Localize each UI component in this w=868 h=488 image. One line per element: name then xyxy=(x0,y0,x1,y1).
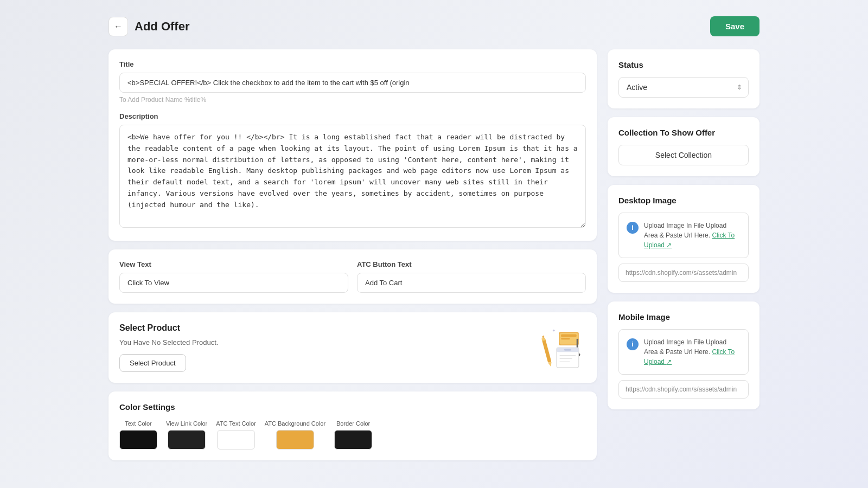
text-color-swatch[interactable] xyxy=(119,430,157,450)
external-link-icon: ↗ xyxy=(666,241,672,249)
text-fields-row: View Text ATC Button Text xyxy=(119,260,586,293)
atc-bg-color-swatch[interactable] xyxy=(276,430,314,450)
title-input[interactable] xyxy=(119,73,586,93)
mobile-image-url-input[interactable]: https://cdn.shopify.com/s/assets/admin xyxy=(618,380,749,399)
status-select[interactable]: Active Inactive xyxy=(618,77,749,98)
view-link-color-swatch[interactable] xyxy=(168,430,206,450)
description-label: Description xyxy=(119,112,586,120)
mobile-image-upload-box: i Upload Image In File Upload Area & Pas… xyxy=(618,329,749,375)
color-swatches-row: Text Color View Link Color ATC Text Colo… xyxy=(119,420,586,450)
select-product-card: Select Product You Have No Selected Prod… xyxy=(108,312,597,383)
content-layout: Title To Add Product Name %title% Descri… xyxy=(108,49,760,460)
atc-text-color-label: ATC Text Color xyxy=(216,420,256,427)
main-column: Title To Add Product Name %title% Descri… xyxy=(108,49,597,460)
desktop-image-title: Desktop Image xyxy=(618,196,749,205)
atc-text-color-swatch[interactable] xyxy=(217,430,255,450)
svg-text:✦: ✦ xyxy=(541,334,545,340)
border-color-label: Border Color xyxy=(336,420,370,427)
mobile-external-link-icon: ↗ xyxy=(666,358,672,365)
mobile-image-card: Mobile Image i Upload Image In File Uplo… xyxy=(608,301,760,409)
atc-button-text-group: ATC Button Text xyxy=(357,260,586,293)
save-button[interactable]: Save xyxy=(710,16,760,36)
side-column: Status Active Inactive Collection To Sho… xyxy=(608,49,760,409)
collection-title: Collection To Show Offer xyxy=(618,128,749,137)
atc-bg-color-label: ATC Background Color xyxy=(265,420,326,427)
svg-rect-8 xyxy=(564,349,571,350)
title-hint: To Add Product Name %title% xyxy=(119,96,586,104)
svg-rect-2 xyxy=(561,334,577,337)
svg-rect-12 xyxy=(542,338,552,363)
svg-text:✦: ✦ xyxy=(552,329,556,332)
view-text-input[interactable] xyxy=(119,273,348,293)
desktop-image-upload-box: i Upload Image In File Upload Area & Pas… xyxy=(618,213,749,258)
select-product-left: Select Product You Have No Selected Prod… xyxy=(119,323,532,372)
atc-text-color-swatch-item: ATC Text Color xyxy=(216,420,256,450)
mobile-image-info-icon: i xyxy=(627,338,639,350)
mobile-image-title: Mobile Image xyxy=(618,312,749,322)
page-header: ← Add Offer Save xyxy=(108,16,760,36)
select-collection-button[interactable]: Select Collection xyxy=(618,145,749,165)
svg-marker-13 xyxy=(548,362,552,368)
status-card: Status Active Inactive xyxy=(608,49,760,108)
title-description-card: Title To Add Product Name %title% Descri… xyxy=(108,49,597,241)
status-select-wrapper: Active Inactive xyxy=(618,77,749,98)
page-title: Add Offer xyxy=(135,20,189,34)
desktop-image-info-icon: i xyxy=(627,222,639,234)
color-settings-title: Color Settings xyxy=(119,402,586,412)
border-color-swatch[interactable] xyxy=(334,430,372,450)
desktop-image-card: Desktop Image i Upload Image In File Upl… xyxy=(608,185,760,293)
header-left: ← Add Offer xyxy=(108,17,189,36)
back-button[interactable]: ← xyxy=(108,17,128,36)
svg-rect-3 xyxy=(561,338,570,339)
select-product-inner: Select Product You Have No Selected Prod… xyxy=(119,323,586,372)
text-color-label: Text Color xyxy=(125,420,152,427)
no-product-text: You Have No Selected Product. xyxy=(119,338,532,346)
product-illustration: ✦ ✦ xyxy=(532,323,586,372)
text-color-swatch-item: Text Color xyxy=(119,420,157,450)
title-label: Title xyxy=(119,60,586,68)
select-product-title: Select Product xyxy=(119,323,532,333)
border-color-swatch-item: Border Color xyxy=(334,420,372,450)
atc-bg-color-swatch-item: ATC Background Color xyxy=(265,420,326,450)
color-settings-card: Color Settings Text Color View Link Colo… xyxy=(108,391,597,460)
desktop-image-upload-text: Upload Image In File Upload Area & Paste… xyxy=(644,221,741,250)
atc-button-text-input[interactable] xyxy=(357,273,586,293)
view-link-color-swatch-item: View Link Color xyxy=(166,420,207,450)
mobile-image-upload-text: Upload Image In File Upload Area & Paste… xyxy=(644,337,741,367)
description-input[interactable]: <b>We have offer for you !! </b></br> It… xyxy=(119,125,586,228)
status-title: Status xyxy=(618,60,749,69)
collection-card: Collection To Show Offer Select Collecti… xyxy=(608,117,760,176)
select-product-button[interactable]: Select Product xyxy=(119,354,186,372)
text-fields-card: View Text ATC Button Text xyxy=(108,249,597,304)
desktop-image-url-input[interactable]: https://cdn.shopify.com/s/assets/admin xyxy=(618,264,749,282)
atc-button-text-label: ATC Button Text xyxy=(357,260,586,268)
back-icon: ← xyxy=(114,22,123,31)
view-text-label: View Text xyxy=(119,260,348,268)
view-link-color-label: View Link Color xyxy=(166,420,207,427)
view-text-group: View Text xyxy=(119,260,348,293)
